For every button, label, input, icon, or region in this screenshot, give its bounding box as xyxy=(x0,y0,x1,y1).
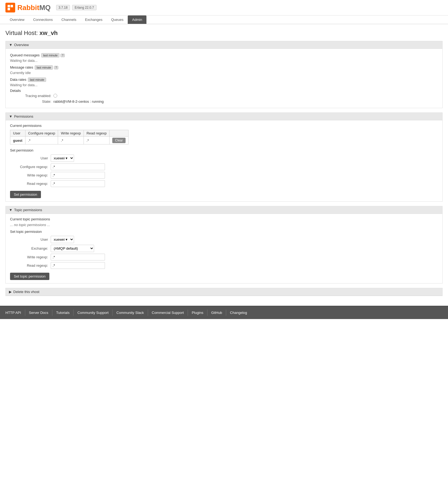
data-rates-status: Waiting for data... xyxy=(10,83,438,87)
permissions-section-body: Current permissions User Configure regex… xyxy=(6,120,442,201)
perm-user-row: User xuewei ▾ xyxy=(10,155,438,162)
delete-vhost-collapse-icon: ▶ xyxy=(9,290,12,294)
nav-connections[interactable]: Connections xyxy=(29,15,57,24)
col-write: Write regexp xyxy=(58,130,84,137)
nav-exchanges[interactable]: Exchanges xyxy=(81,15,107,24)
message-rates-badge: last minute xyxy=(35,65,53,70)
queued-messages-row: Queued messages last minute ? xyxy=(10,52,438,59)
tracing-label: Tracing enabled: xyxy=(15,94,53,98)
set-permission-label: Set permission xyxy=(10,148,438,152)
overview-collapse-icon: ▼ xyxy=(9,43,12,47)
permissions-table: User Configure regexp Write regexp Read … xyxy=(10,130,129,144)
clear-perm-button[interactable]: Clear xyxy=(112,138,126,143)
footer-server-docs[interactable]: Server Docs xyxy=(25,310,53,316)
set-permission-button[interactable]: Set permission xyxy=(10,191,41,198)
topic-perm-exchange-select[interactable]: (AMQP default) xyxy=(51,245,94,252)
col-user: User xyxy=(10,130,25,137)
footer-community-slack[interactable]: Community Slack xyxy=(113,310,148,316)
delete-vhost-section-header[interactable]: ▶ Delete this vhost xyxy=(6,288,442,296)
no-topic-permissions: ... no topic permissions ... xyxy=(10,223,438,227)
perm-write-label: Write regexp: xyxy=(10,173,51,177)
permissions-section: ▼ Permissions Current permissions User C… xyxy=(5,112,443,202)
footer-commercial-support[interactable]: Commercial Support xyxy=(148,310,188,316)
queued-messages-badge: last minute xyxy=(41,53,59,57)
header: RabbitMQ 3.7.18 Erlang 22.0.7 xyxy=(0,0,448,15)
perm-configure-row: Configure regexp: xyxy=(10,163,438,170)
current-permissions-label: Current permissions xyxy=(10,124,438,128)
table-row: guest .* .* .* Clear xyxy=(10,137,129,144)
topic-perm-user-select[interactable]: xuewei ▾ xyxy=(51,236,74,243)
tracing-value xyxy=(53,94,57,98)
set-permission-form: Set permission User xuewei ▾ Configure r… xyxy=(10,148,438,198)
state-value: rabbit@VM-8-2-centos : running xyxy=(53,99,104,104)
message-rates-status: Currently idle xyxy=(10,71,438,75)
perm-read-input[interactable] xyxy=(51,180,105,187)
nav-channels[interactable]: Channels xyxy=(57,15,81,24)
topic-perm-write-label: Write regexp: xyxy=(10,255,51,259)
logo: RabbitMQ xyxy=(5,3,51,12)
topic-permissions-section-header[interactable]: ▼ Topic permissions xyxy=(6,206,442,214)
col-configure: Configure regexp xyxy=(25,130,58,137)
perm-write-input[interactable] xyxy=(51,172,105,179)
perm-configure-input[interactable] xyxy=(51,163,105,170)
permissions-collapse-icon: ▼ xyxy=(9,114,12,118)
footer-community-support[interactable]: Community Support xyxy=(73,310,113,316)
vhost-name: xw_vh xyxy=(40,30,58,36)
topic-permissions-section: ▼ Topic permissions Current topic permis… xyxy=(5,206,443,284)
data-rates-label: Data rates xyxy=(10,78,26,82)
details-table: Tracing enabled: State: rabbit@VM-8-2-ce… xyxy=(15,94,438,104)
permissions-section-title: Permissions xyxy=(14,114,33,118)
perm-read-row: Read regexp: xyxy=(10,180,438,187)
nav-queues[interactable]: Queues xyxy=(107,15,128,24)
state-row: State: rabbit@VM-8-2-centos : running xyxy=(15,99,438,104)
logo-icon xyxy=(5,3,15,12)
message-rates-help[interactable]: ? xyxy=(54,66,58,69)
footer-changelog[interactable]: Changelog xyxy=(226,310,251,316)
overview-section-header[interactable]: ▼ Overview xyxy=(6,41,442,49)
data-rates-row: Data rates last minute xyxy=(10,76,438,83)
topic-perm-exchange-row: Exchange: (AMQP default) xyxy=(10,245,438,252)
perm-user-cell: guest xyxy=(10,137,25,144)
set-topic-permission-button[interactable]: Set topic permission xyxy=(10,273,49,280)
topic-perm-write-row: Write regexp: xyxy=(10,254,438,260)
nav-overview[interactable]: Overview xyxy=(5,15,29,24)
footer-plugins[interactable]: Plugins xyxy=(188,310,207,316)
perm-user-select[interactable]: xuewei ▾ xyxy=(51,155,74,162)
current-topic-permissions-label: Current topic permissions xyxy=(10,217,438,221)
topic-permissions-section-body: Current topic permissions ... no topic p… xyxy=(6,214,442,283)
queued-messages-status: Waiting for data... xyxy=(10,59,438,63)
perm-write-row: Write regexp: xyxy=(10,172,438,179)
set-topic-permission-label: Set topic permission xyxy=(10,230,438,234)
details-label: Details xyxy=(10,89,438,93)
topic-perm-read-label: Read regexp: xyxy=(10,263,51,268)
queued-messages-help[interactable]: ? xyxy=(60,54,65,57)
topic-perm-user-label: User xyxy=(10,237,51,242)
footer-tutorials[interactable]: Tutorials xyxy=(52,310,73,316)
perm-read-label: Read regexp: xyxy=(10,182,51,186)
tracing-circle-icon xyxy=(53,94,57,98)
queued-messages-label: Queued messages xyxy=(10,53,40,57)
perm-user-label: User xyxy=(10,156,51,160)
tracing-row: Tracing enabled: xyxy=(15,94,438,98)
perm-read-cell: .* xyxy=(84,137,109,144)
message-rates-label: Message rates xyxy=(10,65,33,69)
footer-http-api[interactable]: HTTP API xyxy=(5,310,25,316)
nav: Overview Connections Channels Exchanges … xyxy=(0,15,448,24)
topic-permissions-section-title: Topic permissions xyxy=(14,208,42,212)
topic-perm-read-input[interactable] xyxy=(51,262,105,269)
permissions-section-header[interactable]: ▼ Permissions xyxy=(6,113,442,120)
erlang-badge: Erlang 22.0.7 xyxy=(72,5,96,10)
topic-perm-exchange-label: Exchange: xyxy=(10,246,51,250)
svg-rect-1 xyxy=(11,5,13,7)
message-rates-row: Message rates last minute ? xyxy=(10,64,438,71)
page-title: Virtual Host: xw_vh xyxy=(5,30,443,37)
svg-rect-0 xyxy=(8,5,10,7)
col-actions xyxy=(110,130,129,137)
logo-text: RabbitMQ xyxy=(17,4,51,12)
delete-vhost-section-title: Delete this vhost xyxy=(13,290,39,294)
topic-perm-write-input[interactable] xyxy=(51,254,105,260)
nav-admin[interactable]: Admin xyxy=(128,15,146,24)
overview-section-body: Queued messages last minute ? Waiting fo… xyxy=(6,49,442,108)
footer-github[interactable]: GitHub xyxy=(207,310,226,316)
overview-section-title: Overview xyxy=(14,43,29,47)
